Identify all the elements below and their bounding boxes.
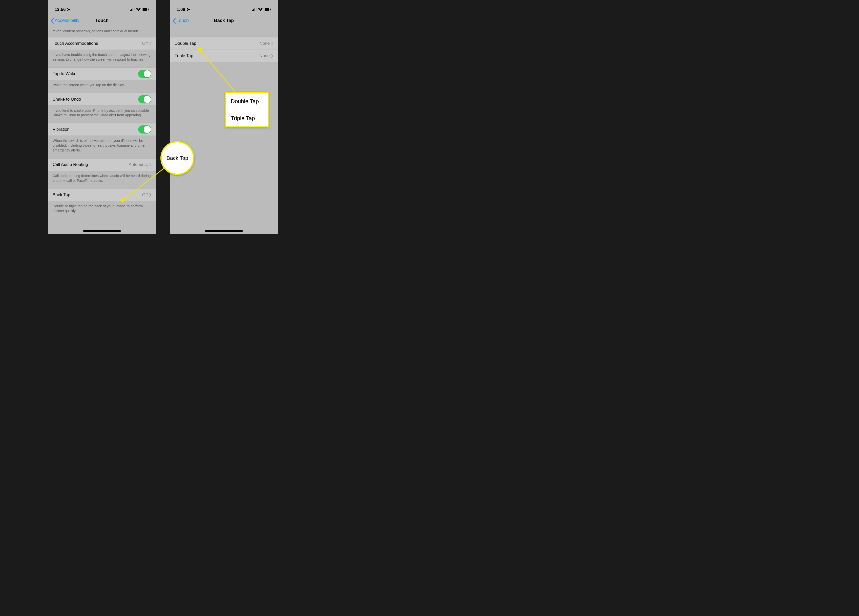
row-value: None — [259, 53, 273, 58]
chevron-right-icon — [271, 54, 273, 58]
chevron-left-icon — [173, 18, 176, 23]
row-back-tap[interactable]: Back Tap Off — [48, 189, 156, 201]
callout-label: Back Tap — [167, 155, 188, 161]
chevron-left-icon — [51, 18, 54, 23]
back-button[interactable]: Accessibility — [48, 18, 80, 23]
section-footer: If you tend to shake your iPhone by acci… — [48, 106, 156, 123]
row-value: Off — [142, 41, 151, 46]
wifi-icon — [136, 8, 141, 11]
row-call-audio-routing[interactable]: Call Audio Routing Automatic — [48, 158, 156, 171]
row-touch-accommodations[interactable]: Touch Accommodations Off — [48, 37, 156, 50]
back-label: Touch — [176, 18, 189, 23]
chevron-right-icon — [271, 42, 273, 45]
row-label: Touch Accommodations — [53, 41, 98, 46]
status-bar: 1:08 ➤ — [170, 0, 278, 14]
location-icon: ➤ — [186, 7, 190, 12]
svg-rect-8 — [253, 9, 254, 11]
row-label: Double Tap — [175, 41, 196, 46]
row-label: Shake to Undo — [53, 97, 81, 102]
row-label: Tap to Wake — [53, 71, 77, 76]
status-indicators — [252, 8, 271, 11]
nav-bar: Accessibility Touch — [48, 14, 156, 27]
svg-rect-1 — [131, 9, 132, 11]
chevron-right-icon — [149, 193, 151, 197]
chevron-right-icon — [149, 42, 151, 45]
svg-rect-10 — [256, 8, 256, 11]
toggle-on[interactable] — [138, 125, 151, 134]
svg-rect-2 — [133, 8, 133, 11]
location-icon: ➤ — [67, 7, 70, 12]
svg-rect-7 — [252, 10, 253, 11]
row-label: Triple Tap — [175, 53, 193, 58]
wifi-icon — [258, 8, 262, 11]
status-indicators — [130, 8, 149, 11]
battery-icon — [142, 8, 149, 11]
row-tap-to-wake[interactable]: Tap to Wake — [48, 67, 156, 80]
section-footer: When this switch is off, all vibration o… — [48, 136, 156, 158]
settings-list[interactable]: reveal content previews, actions and con… — [48, 27, 156, 219]
section-footer: reveal content previews, actions and con… — [48, 27, 156, 37]
section-footer: If you have trouble using the touch scre… — [48, 50, 156, 67]
row-value: Off — [142, 192, 151, 198]
back-button[interactable]: Touch — [170, 18, 189, 23]
svg-rect-9 — [255, 8, 255, 11]
section-footer: Double or triple tap on the back of your… — [48, 201, 156, 219]
svg-rect-3 — [134, 8, 134, 11]
home-indicator[interactable] — [205, 230, 243, 232]
cellular-icon — [252, 8, 256, 11]
svg-rect-5 — [143, 8, 147, 11]
svg-rect-12 — [265, 8, 269, 11]
chevron-right-icon — [149, 163, 151, 166]
screenshot-touch-settings: 12:56 ➤ Accessibility Touch reveal conte… — [48, 0, 156, 234]
section-footer: Call audio routing determines where audi… — [48, 171, 156, 189]
toggle-on[interactable] — [138, 95, 151, 103]
settings-list[interactable]: Double Tap None Triple Tap None — [170, 27, 278, 62]
row-label: Back Tap — [53, 192, 70, 198]
row-label: Call Audio Routing — [53, 162, 88, 167]
status-bar: 12:56 ➤ — [48, 0, 156, 14]
svg-rect-0 — [130, 10, 131, 11]
row-vibration[interactable]: Vibration — [48, 123, 156, 136]
row-value: None — [259, 41, 273, 46]
battery-icon — [264, 8, 271, 11]
section-footer: Wake the screen when you tap on the disp… — [48, 80, 156, 93]
status-time: 12:56 ➤ — [55, 7, 70, 12]
row-shake-to-undo[interactable]: Shake to Undo — [48, 93, 156, 106]
row-label: Vibration — [53, 127, 70, 132]
home-indicator[interactable] — [83, 230, 121, 232]
row-value: Automatic — [128, 162, 151, 167]
row-triple-tap[interactable]: Triple Tap None — [170, 50, 278, 62]
back-label: Accessibility — [55, 18, 80, 23]
cellular-icon — [130, 8, 134, 11]
annotation-callout-tap-options: Double Tap Triple Tap — [225, 92, 269, 128]
toggle-on[interactable] — [138, 70, 151, 78]
svg-rect-6 — [148, 9, 149, 10]
callout-row: Double Tap — [226, 93, 268, 110]
annotation-callout-back-tap: Back Tap — [161, 141, 194, 175]
svg-rect-13 — [270, 9, 271, 10]
row-double-tap[interactable]: Double Tap None — [170, 37, 278, 50]
status-time: 1:08 ➤ — [176, 7, 190, 12]
nav-bar: Touch Back Tap — [170, 14, 278, 27]
callout-row: Triple Tap — [226, 110, 268, 126]
